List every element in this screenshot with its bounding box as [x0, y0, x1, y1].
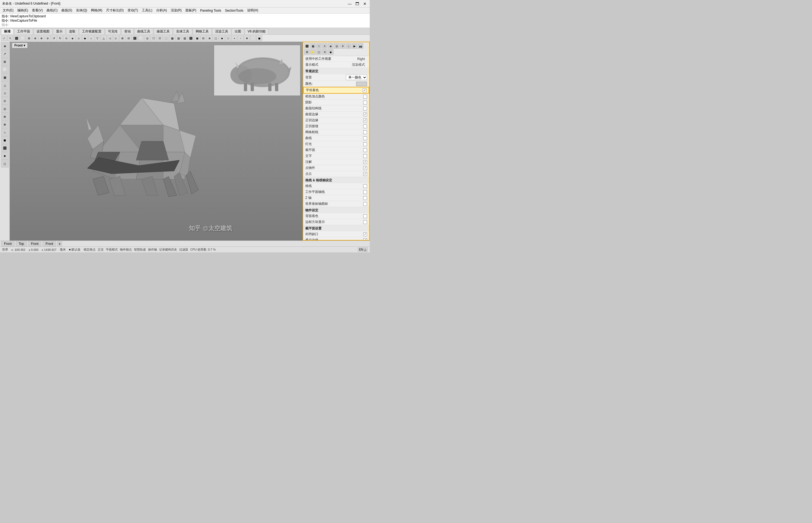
menu-item-q[interactable]: 实体(Q): [74, 7, 89, 13]
menu-item-v[interactable]: 查看(V): [30, 7, 45, 13]
menu-item-e[interactable]: 文件(E): [1, 7, 15, 13]
tab-13[interactable]: 出图: [232, 29, 244, 34]
tab-0[interactable]: 标准: [1, 29, 14, 34]
side-icon-14[interactable]: ■: [1, 152, 8, 160]
rp-icon-layer[interactable]: ≡: [322, 43, 328, 49]
rp-icon-material[interactable]: ◎: [334, 43, 339, 49]
toolbar-icon-39[interactable]: ◾: [244, 35, 250, 41]
bottom-tab-3[interactable]: Front: [42, 241, 56, 247]
toolbar-icon-11[interactable]: ◈: [70, 35, 75, 41]
toolbar-icon-4[interactable]: ⊞: [26, 35, 32, 41]
rp-checkbox-5[interactable]: [363, 124, 367, 128]
rp-object-checkbox-1[interactable]: [363, 220, 367, 224]
side-icon-7[interactable]: ⊙: [1, 97, 8, 105]
rp-icon-property[interactable]: ◈: [328, 43, 333, 49]
viewport-label[interactable]: Front ▾: [12, 43, 28, 48]
side-icon-8[interactable]: ◎: [1, 105, 8, 112]
rp-checkbox-0[interactable]: [363, 95, 367, 98]
rp-checkbox-flat-shading[interactable]: [363, 89, 367, 92]
tab-8[interactable]: 曲线工具: [134, 29, 153, 34]
rp-checkbox-12[interactable]: [363, 166, 367, 170]
rp-checkbox-9[interactable]: [363, 148, 367, 152]
toolbar-icon-27[interactable]: ▦: [169, 35, 175, 41]
rp-icon-sun[interactable]: 🌟: [310, 49, 316, 55]
toolbar-icon-5[interactable]: ⊕: [32, 35, 38, 41]
rp-checkbox-11[interactable]: [363, 160, 367, 164]
menu-item-s[interactable]: 曲面(S): [60, 7, 74, 13]
tab-12[interactable]: 渲染工具: [212, 29, 231, 34]
rp-icon-ground[interactable]: ◻: [316, 49, 321, 55]
toolbar-icon-38[interactable]: ▫: [237, 35, 244, 41]
tab-6[interactable]: 可见性: [105, 29, 121, 34]
rp-icon-fx[interactable]: ✦: [322, 49, 328, 55]
tab-10[interactable]: 实体工具: [173, 29, 192, 34]
toolbar-icon-34[interactable]: ◻: [213, 35, 219, 41]
toolbar-icon-31[interactable]: ▣: [194, 35, 200, 41]
toolbar-icon-25[interactable]: ☑: [157, 35, 163, 41]
toolbar-icon-32[interactable]: ⊟: [200, 35, 206, 41]
tab-9[interactable]: 曲面工具: [154, 29, 173, 34]
rp-icon-box[interactable]: □: [316, 43, 321, 49]
rp-grid-checkbox-2[interactable]: [363, 196, 367, 200]
toolbar-icon-20[interactable]: ⊟: [126, 35, 131, 41]
toolbar-icon-30[interactable]: ⬛: [188, 35, 194, 41]
toolbar-icon-37[interactable]: ▪: [231, 35, 237, 41]
bottom-tab-2[interactable]: Front: [28, 241, 41, 247]
toolbar-icon-18[interactable]: ▷: [113, 35, 119, 41]
toolbar-icon-40[interactable]: ◽: [250, 35, 256, 41]
rp-clip-checkbox-1[interactable]: [363, 238, 367, 241]
menu-item-e[interactable]: 编辑(E): [16, 7, 30, 13]
bottom-tab-add-button[interactable]: +: [57, 241, 62, 246]
toolbar-icon-7[interactable]: ⊘: [45, 35, 51, 41]
rp-dropdown-background[interactable]: 单一颜色 渐变色 环境: [346, 75, 367, 80]
side-icon-3[interactable]: ⬜: [1, 66, 8, 73]
menu-item-t[interactable]: 变动(T): [126, 7, 140, 13]
side-icon-2[interactable]: ⊞: [1, 58, 8, 66]
maximize-button[interactable]: 🗖: [355, 1, 360, 6]
toolbar-icon-8[interactable]: ↺: [51, 35, 57, 41]
side-icon-11[interactable]: ⌂: [1, 128, 8, 136]
toolbar-icon-41[interactable]: ◼: [256, 35, 262, 41]
rp-object-checkbox-0[interactable]: [363, 214, 367, 218]
side-icon-15[interactable]: ◻: [1, 160, 8, 167]
minimize-button[interactable]: —: [347, 1, 352, 6]
side-icon-5[interactable]: △: [1, 82, 8, 89]
bottom-tab-1[interactable]: Top: [16, 241, 27, 247]
rp-icon-extra[interactable]: ◆: [328, 49, 333, 55]
toolbar-icon-14[interactable]: ⌂: [88, 35, 94, 41]
menu-item-h[interactable]: 说明(H): [246, 7, 260, 13]
toolbar-icon-21[interactable]: ⬛: [132, 35, 138, 41]
command-line-3[interactable]: 指令:: [2, 23, 368, 27]
menu-item-panelingtools[interactable]: Paneling Tools: [198, 8, 223, 13]
toolbar-icon-23[interactable]: ◎: [144, 35, 150, 41]
tab-7[interactable]: 变动: [121, 29, 134, 34]
side-icon-9[interactable]: ⊕: [1, 113, 8, 121]
menu-item-r[interactable]: 渲染(R): [169, 7, 183, 13]
close-button[interactable]: ✕: [362, 1, 368, 6]
toolbar-icon-0[interactable]: ✓: [1, 35, 7, 41]
tab-3[interactable]: 显示: [53, 29, 66, 34]
tab-2[interactable]: 设置视图: [34, 29, 53, 34]
toolbar-icon-22[interactable]: ⬜: [138, 35, 144, 41]
toolbar-icon-12[interactable]: ◇: [76, 35, 82, 41]
tab-1[interactable]: 工作平面: [14, 29, 33, 34]
rp-icon-grid[interactable]: ▦: [310, 43, 316, 49]
rp-icon-render[interactable]: ▶: [352, 43, 357, 49]
tab-4[interactable]: 选取: [66, 29, 78, 34]
toolbar-icon-16[interactable]: △: [101, 35, 107, 41]
rp-checkbox-13[interactable]: [363, 172, 367, 176]
menu-item-c[interactable]: 曲线(C): [45, 7, 59, 13]
toolbar-icon-24[interactable]: ☐: [151, 35, 156, 41]
rp-checkbox-3[interactable]: [363, 112, 367, 116]
toolbar-icon-36[interactable]: □: [225, 35, 231, 41]
viewport-area[interactable]: Front ▾: [10, 42, 303, 240]
rp-icon-light[interactable]: ☀: [340, 43, 346, 49]
menu-item-a[interactable]: 分析(A): [155, 7, 169, 13]
toolbar-icon-33[interactable]: ⊕: [207, 35, 212, 41]
toolbar-icon-35[interactable]: ■: [219, 35, 225, 41]
side-icon-10[interactable]: ⊗: [1, 121, 8, 128]
toolbar-icon-2[interactable]: ⬛: [14, 35, 19, 41]
toolbar-icon-3[interactable]: ⬜: [20, 35, 26, 41]
toolbar-icon-13[interactable]: ◆: [82, 35, 88, 41]
rp-checkbox-4[interactable]: [363, 119, 367, 122]
